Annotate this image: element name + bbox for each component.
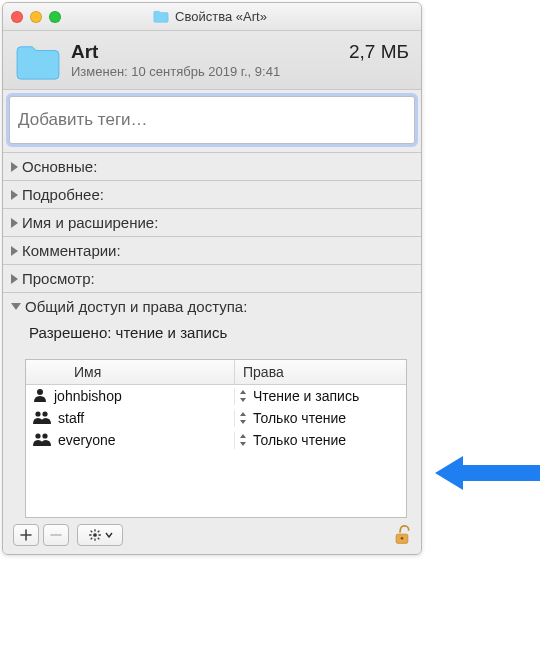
svg-point-1 (35, 411, 40, 416)
col-priv-header: Права (235, 360, 406, 384)
chevron-down-icon (105, 532, 113, 538)
perm-value: Только чтение (253, 432, 346, 448)
table-row[interactable]: johnbishopЧтение и запись (26, 385, 406, 407)
svg-line-10 (90, 531, 92, 533)
permissions-summary: Разрешено: чтение и запись (3, 320, 421, 351)
window-title-text: Свойства «Art» (175, 9, 267, 24)
folder-large-icon (15, 43, 61, 81)
disclosure-right-icon (11, 162, 18, 172)
lock-open-icon[interactable] (393, 525, 411, 545)
titlebar: Свойства «Art» (3, 3, 421, 31)
perm-name: johnbishop (54, 388, 122, 404)
tags-section (3, 90, 421, 153)
section-name-ext[interactable]: Имя и расширение: (3, 209, 421, 237)
item-name: Art (71, 41, 98, 63)
zoom-icon[interactable] (49, 11, 61, 23)
svg-point-2 (42, 411, 47, 416)
item-size: 2,7 МБ (341, 41, 409, 63)
permissions-table: Имя Права johnbishopЧтение и записьstaff… (25, 359, 407, 518)
stepper-icon[interactable] (239, 390, 247, 402)
section-sharing: Общий доступ и права доступа: Разрешено:… (3, 293, 421, 554)
stepper-icon[interactable] (239, 434, 247, 446)
callout-arrow-icon (435, 448, 545, 498)
group-icon (32, 410, 52, 427)
disclosure-down-icon (11, 303, 21, 310)
minimize-icon[interactable] (30, 11, 42, 23)
gear-icon (88, 528, 102, 542)
section-preview-label: Просмотр: (22, 270, 95, 287)
section-preview[interactable]: Просмотр: (3, 265, 421, 293)
svg-point-15 (401, 537, 404, 540)
section-general[interactable]: Основные: (3, 153, 421, 181)
section-comments-label: Комментарии: (22, 242, 121, 259)
svg-marker-16 (435, 456, 540, 490)
svg-line-12 (90, 538, 92, 540)
stepper-icon[interactable] (239, 412, 247, 424)
remove-button[interactable] (43, 524, 69, 546)
svg-point-0 (37, 389, 43, 395)
window-controls (11, 11, 61, 23)
action-menu-button[interactable] (77, 524, 123, 546)
section-more-label: Подробнее: (22, 186, 104, 203)
disclosure-right-icon (11, 190, 18, 200)
minus-icon (50, 529, 62, 541)
perm-value: Только чтение (253, 410, 346, 426)
folder-icon (153, 10, 169, 23)
close-icon[interactable] (11, 11, 23, 23)
perm-value: Чтение и запись (253, 388, 359, 404)
svg-point-3 (35, 433, 40, 438)
permissions-footer (3, 518, 421, 554)
perm-name: everyone (58, 432, 116, 448)
disclosure-right-icon (11, 274, 18, 284)
group-icon (32, 432, 52, 449)
col-name-header: Имя (26, 360, 235, 384)
table-row[interactable]: everyoneТолько чтение (26, 429, 406, 451)
item-modified: Изменен: 10 сентябрь 2019 г., 9:41 (71, 64, 409, 79)
info-window: Свойства «Art» Art 2,7 МБ Изменен: 10 се… (2, 2, 422, 555)
section-general-label: Основные: (22, 158, 97, 175)
permissions-header-row: Имя Права (26, 360, 406, 385)
tags-input[interactable] (9, 96, 415, 144)
perm-name: staff (58, 410, 84, 426)
svg-line-13 (97, 531, 99, 533)
disclosure-right-icon (11, 246, 18, 256)
window-title: Свойства «Art» (69, 9, 351, 24)
section-sharing-label: Общий доступ и права доступа: (25, 298, 247, 315)
svg-line-11 (97, 538, 99, 540)
add-button[interactable] (13, 524, 39, 546)
section-nameext-label: Имя и расширение: (22, 214, 158, 231)
svg-point-4 (42, 433, 47, 438)
plus-icon (20, 529, 32, 541)
table-row[interactable]: staffТолько чтение (26, 407, 406, 429)
user-icon (32, 388, 48, 405)
header: Art 2,7 МБ Изменен: 10 сентябрь 2019 г.,… (3, 31, 421, 90)
header-text: Art 2,7 МБ Изменен: 10 сентябрь 2019 г.,… (71, 41, 409, 79)
section-more[interactable]: Подробнее: (3, 181, 421, 209)
svg-point-5 (93, 533, 97, 537)
section-sharing-header[interactable]: Общий доступ и права доступа: (3, 293, 421, 320)
section-comments[interactable]: Комментарии: (3, 237, 421, 265)
disclosure-right-icon (11, 218, 18, 228)
